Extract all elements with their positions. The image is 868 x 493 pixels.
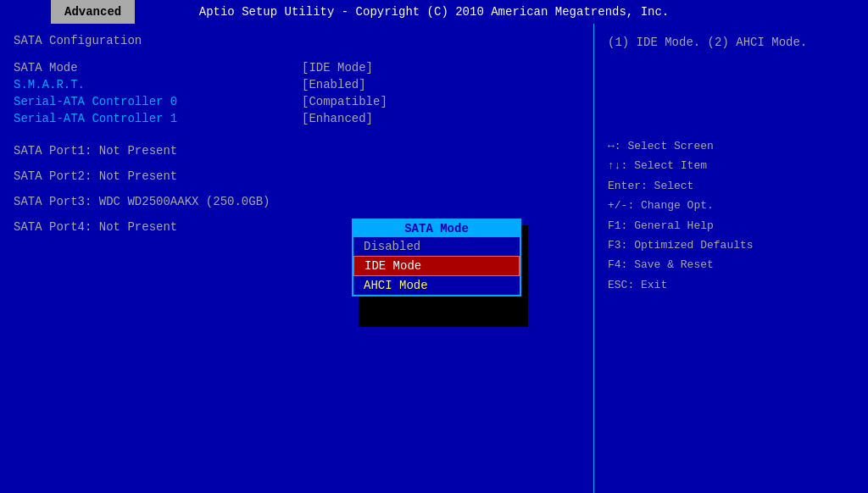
advanced-tab[interactable]: Advanced [51,0,135,24]
label-smart: S.M.A.R.T. [14,78,302,91]
value-sata-ctrl0: [Compatible] [302,95,387,108]
value-smart: [Enabled] [302,78,366,91]
header-bar: Advanced Aptio Setup Utility - Copyright… [0,0,868,24]
port-row-3: SATA Port3: WDC WD2500AAKX (250.0GB) [14,195,580,208]
popup-title: SATA Mode [353,220,520,237]
nav-change-opt: +/-: Change Opt. [608,196,854,215]
dropdown-popup: SATA Mode Disabled IDE Mode AHCI Mode [352,219,521,296]
value-sata-mode: [IDE Mode] [302,61,373,75]
nav-select-item: ↑↓: Select Item [608,156,854,175]
nav-f3: F3: Optimized Defaults [608,235,854,255]
label-sata-mode: SATA Mode [14,61,302,75]
help-text: (1) IDE Mode. (2) AHCI Mode. [608,34,854,52]
config-row-smart: S.M.A.R.T. [Enabled] [14,78,580,91]
main-content: SATA Configuration SATA Mode [IDE Mode] … [0,24,868,493]
config-row-sata-mode: SATA Mode [IDE Mode] [14,61,580,75]
config-row-sata-ctrl1: Serial-ATA Controller 1 [Enhanced] [14,112,580,125]
label-sata-ctrl1: Serial-ATA Controller 1 [14,112,302,125]
popup-box: SATA Mode Disabled IDE Mode AHCI Mode [352,219,521,296]
config-row-sata-ctrl0: Serial-ATA Controller 0 [Compatible] [14,95,580,108]
header-title: Aptio Setup Utility - Copyright (C) 2010… [199,5,670,19]
dropdown-item-ide[interactable]: IDE Mode [353,256,520,276]
label-sata-ctrl0: Serial-ATA Controller 0 [14,95,302,108]
value-sata-ctrl1: [Enhanced] [302,112,373,125]
nav-f1: F1: General Help [608,216,854,235]
port-row-2: SATA Port2: Not Present [14,169,580,183]
dropdown-item-ahci[interactable]: AHCI Mode [353,276,520,295]
tab-label: Advanced [64,5,121,19]
right-panel-inner: (1) IDE Mode. (2) AHCI Mode. ↔: Select S… [608,34,854,483]
nav-select-screen: ↔: Select Screen [608,136,854,156]
nav-enter: Enter: Select [608,176,854,196]
left-panel: SATA Configuration SATA Mode [IDE Mode] … [0,24,593,493]
nav-f4: F4: Save & Reset [608,255,854,274]
nav-help-section: ↔: Select Screen ↑↓: Select Item Enter: … [608,136,854,295]
nav-esc: ESC: Exit [608,275,854,295]
port-row-1: SATA Port1: Not Present [14,144,580,158]
section-title: SATA Configuration [14,34,580,47]
right-panel: (1) IDE Mode. (2) AHCI Mode. ↔: Select S… [593,24,868,493]
dropdown-item-disabled[interactable]: Disabled [353,237,520,256]
